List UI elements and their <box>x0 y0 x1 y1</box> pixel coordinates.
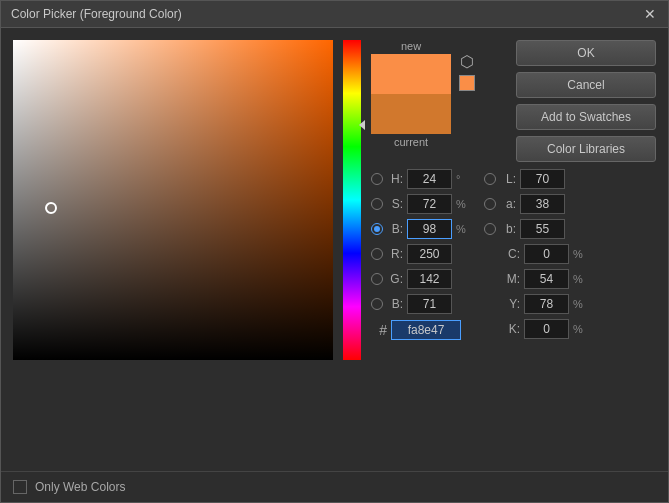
rgb-b-label: B: <box>387 297 403 311</box>
h-label: H: <box>387 172 403 186</box>
hex-input[interactable] <box>391 320 461 340</box>
a-input[interactable] <box>520 194 565 214</box>
hue-slider[interactable] <box>343 40 361 360</box>
g-row: G: <box>371 268 470 290</box>
s-input[interactable] <box>407 194 452 214</box>
b-radio[interactable] <box>371 223 383 235</box>
hex-row: # <box>371 320 470 340</box>
buttons-col: OK Cancel Add to Swatches Color Librarie… <box>516 40 656 162</box>
right-input-col: L: a: b: <box>484 168 587 340</box>
l-radio[interactable] <box>484 173 496 185</box>
add-to-swatches-button[interactable]: Add to Swatches <box>516 104 656 130</box>
y-input[interactable] <box>524 294 569 314</box>
small-color-swatch <box>459 75 475 91</box>
rgb-b-radio[interactable] <box>371 298 383 310</box>
color-picker-dialog: Color Picker (Foreground Color) ✕ new <box>0 0 669 503</box>
new-label: new <box>401 40 421 52</box>
dialog-title: Color Picker (Foreground Color) <box>11 7 182 21</box>
cube-swatches-col: ⬡ <box>459 52 475 91</box>
color-libraries-button[interactable]: Color Libraries <box>516 136 656 162</box>
k-row: K: % <box>484 318 587 340</box>
g-label: G: <box>387 272 403 286</box>
new-color-swatch <box>371 54 451 94</box>
c-label: C: <box>504 247 520 261</box>
g-radio[interactable] <box>371 273 383 285</box>
b-unit: % <box>456 223 470 235</box>
k-unit: % <box>573 323 587 335</box>
g-input[interactable] <box>407 269 452 289</box>
b-lab-radio[interactable] <box>484 223 496 235</box>
b-lab-row: b: <box>484 218 587 240</box>
rgb-b-input[interactable] <box>407 294 452 314</box>
ok-button[interactable]: OK <box>516 40 656 66</box>
a-label: a: <box>500 197 516 211</box>
s-label: S: <box>387 197 403 211</box>
left-input-col: H: ° S: % B: <box>371 168 470 340</box>
hex-label: # <box>371 322 387 338</box>
current-color-swatch <box>371 94 451 134</box>
c-input[interactable] <box>524 244 569 264</box>
s-unit: % <box>456 198 470 210</box>
right-panel: new current ⬡ OK Cancel Add to Swatches … <box>371 40 656 459</box>
bottom-bar: Only Web Colors <box>1 471 668 502</box>
dialog-body: new current ⬡ OK Cancel Add to Swatches … <box>1 28 668 471</box>
r-label: R: <box>387 247 403 261</box>
current-label: current <box>394 136 428 148</box>
r-radio[interactable] <box>371 248 383 260</box>
c-unit: % <box>573 248 587 260</box>
h-row: H: ° <box>371 168 470 190</box>
k-input[interactable] <box>524 319 569 339</box>
b-input[interactable] <box>407 219 452 239</box>
color-gradient-area[interactable] <box>13 40 333 360</box>
y-unit: % <box>573 298 587 310</box>
h-unit: ° <box>456 173 470 185</box>
r-input[interactable] <box>407 244 452 264</box>
s-row: S: % <box>371 193 470 215</box>
cancel-button[interactable]: Cancel <box>516 72 656 98</box>
h-input[interactable] <box>407 169 452 189</box>
y-label: Y: <box>504 297 520 311</box>
black-gradient <box>13 40 333 360</box>
r-row: R: <box>371 243 470 265</box>
a-radio[interactable] <box>484 198 496 210</box>
title-bar: Color Picker (Foreground Color) ✕ <box>1 1 668 28</box>
s-radio[interactable] <box>371 198 383 210</box>
gradient-canvas[interactable] <box>13 40 333 360</box>
b-row: B: % <box>371 218 470 240</box>
rgb-b-row: B: <box>371 293 470 315</box>
l-input[interactable] <box>520 169 565 189</box>
b-label: B: <box>387 222 403 236</box>
b-lab-input[interactable] <box>520 219 565 239</box>
color-inputs-area: H: ° S: % B: <box>371 168 656 340</box>
close-button[interactable]: ✕ <box>642 7 658 21</box>
m-row: M: % <box>484 268 587 290</box>
l-label: L: <box>500 172 516 186</box>
l-row: L: <box>484 168 587 190</box>
m-unit: % <box>573 273 587 285</box>
m-label: M: <box>504 272 520 286</box>
a-row: a: <box>484 193 587 215</box>
h-radio[interactable] <box>371 173 383 185</box>
b-lab-label: b: <box>500 222 516 236</box>
m-input[interactable] <box>524 269 569 289</box>
y-row: Y: % <box>484 293 587 315</box>
hue-slider-container <box>343 40 361 360</box>
only-web-colors-checkbox[interactable] <box>13 480 27 494</box>
k-label: K: <box>504 322 520 336</box>
cube-icon: ⬡ <box>460 52 474 71</box>
c-row: C: % <box>484 243 587 265</box>
only-web-colors-label: Only Web Colors <box>35 480 125 494</box>
hue-arrow <box>359 120 365 130</box>
